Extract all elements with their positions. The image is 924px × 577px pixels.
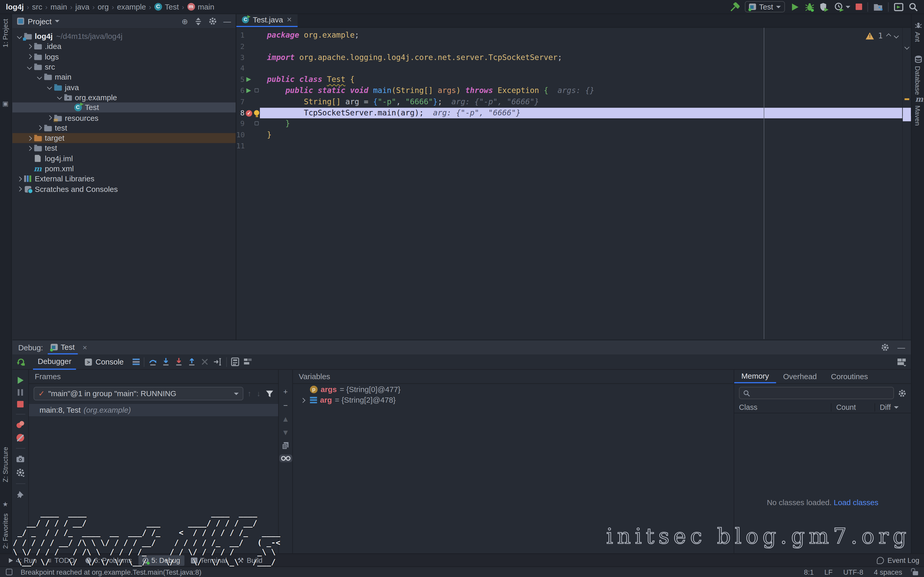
code-line-content[interactable]	[260, 41, 911, 52]
toolwindow-button-6-problems[interactable]: !6: Problems	[81, 555, 136, 566]
tree-item-scratches-and-consoles[interactable]: Scratches and Consoles	[12, 184, 236, 194]
hide-panel-icon[interactable]: —	[897, 343, 905, 351]
code-line-10[interactable]: 10}	[236, 130, 911, 141]
run-anything-icon[interactable]	[894, 2, 903, 11]
rerun-icon[interactable]	[16, 357, 25, 366]
mute-breakpoints-icon[interactable]	[16, 434, 24, 442]
evaluate-expression-icon[interactable]	[231, 357, 239, 366]
thread-dump-camera-icon[interactable]	[16, 455, 25, 463]
tree-chevron-icon[interactable]	[25, 147, 34, 150]
next-problem-icon[interactable]	[894, 33, 899, 38]
project-structure-icon[interactable]	[873, 2, 883, 11]
debug-session-tab[interactable]: Test	[48, 340, 78, 355]
breadcrumb-item-main[interactable]: main	[198, 2, 214, 11]
run-line-icon[interactable]	[246, 77, 251, 82]
tree-chevron-icon[interactable]	[25, 136, 34, 140]
lock-icon[interactable]	[913, 571, 918, 575]
toolwindow-button-maven[interactable]: Maven	[914, 105, 921, 126]
show-watches-icon[interactable]	[279, 455, 292, 463]
toolwindow-button-favorites[interactable]: 2: Favorites	[2, 513, 9, 549]
tree-item-src[interactable]: src	[12, 62, 236, 72]
next-frame-icon[interactable]: ↓	[257, 389, 260, 398]
variable-row-arg[interactable]: arg = {String[2]@478}	[293, 395, 734, 406]
run-to-cursor-icon[interactable]	[213, 357, 222, 366]
stop-button[interactable]	[17, 401, 23, 408]
warning-stripe-mark[interactable]	[905, 98, 909, 100]
event-log-button[interactable]: Event Log	[877, 556, 919, 564]
code-line-5[interactable]: 5public class Test {	[236, 74, 911, 85]
step-into-icon[interactable]	[162, 357, 170, 366]
step-over-icon[interactable]	[149, 357, 157, 366]
fold-marker-icon[interactable]	[254, 89, 258, 92]
thread-selector[interactable]: ✓ "main"@1 in group "main": RUNNING	[34, 387, 243, 401]
code-line-6[interactable]: 6 public static void main(String[] args)…	[236, 85, 911, 96]
tab-coroutines[interactable]: Coroutines	[824, 370, 875, 383]
intention-bulb-icon[interactable]	[254, 110, 259, 115]
variable-row-args[interactable]: pargs = {String[0]@477}	[293, 384, 734, 395]
profiler-button[interactable]	[835, 2, 851, 11]
filter-icon[interactable]	[266, 390, 273, 397]
code-line-content[interactable]: public static void main(String[] args) t…	[260, 85, 911, 96]
stack-frame-item[interactable]: main:8, Test (org.example)	[29, 404, 278, 416]
breadcrumb-item-java[interactable]: java	[75, 2, 89, 11]
debugger-settings-gear-icon[interactable]	[16, 468, 25, 477]
prev-problem-icon[interactable]	[886, 33, 891, 38]
tree-chevron-icon[interactable]	[15, 177, 23, 181]
code-line-1[interactable]: 1package org.example;	[236, 30, 911, 41]
tree-item--idea[interactable]: .idea	[12, 42, 236, 52]
tree-item-test[interactable]: CTest	[12, 103, 236, 113]
editor-tab-test-java[interactable]: C Test.java ✕	[236, 14, 297, 27]
editor-scrollbar[interactable]	[902, 27, 911, 340]
code-line-content[interactable]: }	[260, 118, 911, 130]
move-watch-up-icon[interactable]: ▲	[282, 414, 289, 423]
toolwindow-button-structure[interactable]: Z: Structure	[2, 447, 9, 482]
toolwindow-button-todo[interactable]: ≡TODO	[43, 555, 79, 566]
toolwindow-button-ant[interactable]: Ant	[914, 32, 921, 42]
tree-chevron-icon[interactable]	[25, 45, 34, 48]
tree-chevron-icon[interactable]	[45, 85, 53, 89]
close-icon[interactable]: ✕	[82, 344, 87, 351]
tree-item-main[interactable]: main	[12, 72, 236, 82]
tree-item-log4j-iml[interactable]: log4j.iml	[12, 153, 236, 164]
toolwindow-button-terminal[interactable]: >Terminal	[187, 555, 231, 566]
tree-chevron-icon[interactable]	[25, 55, 34, 58]
column-diff[interactable]: Diff	[874, 403, 911, 411]
build-hammer-icon[interactable]	[730, 2, 740, 11]
memory-settings-gear-icon[interactable]	[898, 389, 906, 397]
coverage-button[interactable]	[820, 2, 829, 11]
code-line-2[interactable]: 2	[236, 41, 911, 52]
caret-position[interactable]: 8:1	[804, 568, 814, 576]
tree-item-test[interactable]: test	[12, 123, 236, 133]
stop-button[interactable]	[856, 3, 862, 10]
toolwindow-button-4-run[interactable]: 4: Run	[5, 555, 41, 566]
code-line-content[interactable]: TcpSocketServer.main(arg); arg: {"-p", "…	[260, 107, 911, 118]
code-line-3[interactable]: 3import org.apache.logging.log4j.core.ne…	[236, 52, 911, 63]
remove-watch-icon[interactable]: −	[283, 401, 288, 410]
run-button[interactable]	[790, 2, 800, 11]
pause-button[interactable]	[18, 389, 23, 396]
breadcrumb-item-org[interactable]: org	[98, 2, 109, 11]
code-line-9[interactable]: 9 }	[236, 118, 911, 130]
code-line-content[interactable]: import org.apache.logging.log4j.core.net…	[260, 52, 911, 63]
code-line-11[interactable]: 11	[236, 141, 911, 152]
tree-chevron-icon[interactable]	[55, 95, 64, 99]
search-everywhere-icon[interactable]	[909, 2, 918, 11]
close-icon[interactable]: ✕	[287, 16, 292, 24]
tree-item-target[interactable]: target	[12, 133, 236, 143]
breadcrumb-item-main[interactable]: main	[50, 2, 67, 11]
breadcrumb-item-log4j[interactable]: log4j	[6, 2, 24, 11]
code-line-content[interactable]: String[] arg = {"-p", "6666"}; arg: {"-p…	[260, 96, 911, 107]
layout-settings-icon[interactable]	[243, 358, 252, 366]
move-watch-down-icon[interactable]: ▼	[282, 428, 289, 437]
toolwindow-button-database[interactable]: Database	[914, 66, 921, 95]
tree-item-log4j[interactable]: log4j~/d4m1ts/java/log4j	[12, 31, 236, 42]
code-line-content[interactable]: public class Test {	[260, 74, 911, 85]
tab-memory[interactable]: Memory	[734, 370, 776, 383]
code-line-8[interactable]: 8✓ TcpSocketServer.main(arg); arg: {"-p"…	[236, 107, 911, 118]
run-config-selector[interactable]: Test	[745, 1, 785, 12]
view-breakpoints-icon[interactable]	[16, 421, 24, 429]
breadcrumb-item-example[interactable]: example	[117, 2, 146, 11]
code-line-content[interactable]	[260, 141, 911, 152]
code-editor[interactable]: 1package org.example;23import org.apache…	[236, 27, 911, 339]
code-line-content[interactable]	[260, 63, 911, 74]
